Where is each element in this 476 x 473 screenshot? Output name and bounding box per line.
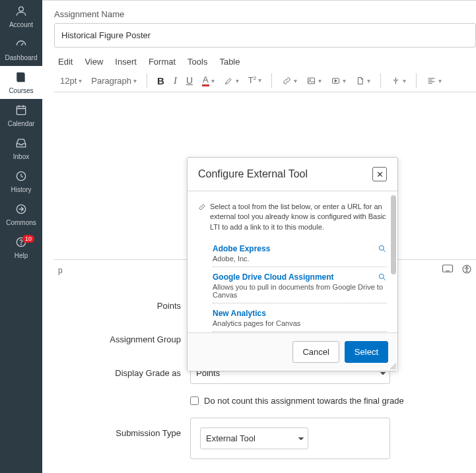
chevron-down-icon: ▾ xyxy=(343,77,346,84)
magnify-icon[interactable] xyxy=(378,244,387,256)
editor-path: p xyxy=(58,266,63,275)
nav-label: History xyxy=(11,186,31,193)
highlight-button[interactable]: ▾ xyxy=(222,75,241,87)
superscript-button[interactable]: T2▾ xyxy=(246,74,263,86)
nav-courses[interactable]: Courses xyxy=(0,66,42,99)
svg-point-5 xyxy=(21,244,22,245)
magnify-icon[interactable] xyxy=(378,272,387,284)
menu-view[interactable]: View xyxy=(85,57,103,67)
chevron-down-icon: ▾ xyxy=(294,77,297,84)
underline-button[interactable]: U xyxy=(184,74,195,87)
chevron-down-icon: ▾ xyxy=(438,77,442,84)
modal-close-button[interactable]: ✕ xyxy=(372,167,387,181)
link-button[interactable]: ▾ xyxy=(280,75,299,87)
bold-button[interactable]: B xyxy=(155,74,166,88)
menu-format[interactable]: Format xyxy=(149,57,176,67)
tool-name[interactable]: Google Drive Cloud Assignment xyxy=(213,272,387,282)
nav-account[interactable]: Account xyxy=(0,0,42,33)
assignment-name-label: Assignment Name xyxy=(54,4,476,23)
modal-title: Configure External Tool xyxy=(198,168,308,180)
dashboard-icon xyxy=(15,38,28,53)
editor-menubar: Edit View Insert Format Tools Table xyxy=(54,47,476,67)
select-button[interactable]: Select xyxy=(345,341,388,363)
help-badge: 10 xyxy=(22,235,34,243)
font-size-value: 12pt xyxy=(60,76,77,86)
chevron-down-icon: ▾ xyxy=(258,77,261,84)
link-icon xyxy=(198,203,206,232)
menu-table[interactable]: Table xyxy=(219,57,240,67)
italic-button[interactable]: I xyxy=(172,74,179,88)
close-icon: ✕ xyxy=(376,170,384,179)
document-button[interactable]: ▾ xyxy=(353,75,372,87)
svg-point-0 xyxy=(19,7,24,11)
svg-rect-6 xyxy=(308,78,315,84)
menu-edit[interactable]: Edit xyxy=(58,57,73,67)
image-button[interactable]: ▾ xyxy=(304,75,323,87)
exclude-grade-label: Do not count this assignment towards the… xyxy=(204,396,404,406)
editor-toolbar: 12pt▾ Paragraph▾ B I U A▾ ▾ T2▾ ▾ ▾ ▾ ▾ … xyxy=(54,67,476,92)
configure-external-tool-modal: Configure External Tool ✕ Select a tool … xyxy=(187,157,398,371)
tool-name[interactable]: New Analytics xyxy=(213,309,387,318)
global-nav: Account Dashboard Courses Calendar Inbox… xyxy=(0,0,42,473)
modal-body: Select a tool from the list below, or en… xyxy=(187,191,397,332)
tool-item[interactable]: Google Drive Cloud Assignment Allows you… xyxy=(213,267,387,303)
nav-dashboard[interactable]: Dashboard xyxy=(0,33,42,66)
submission-type-label: Submission Type xyxy=(54,418,190,438)
text-color-button[interactable]: A▾ xyxy=(200,73,217,88)
tool-item[interactable]: Adobe Express Adobe, Inc. xyxy=(213,239,387,267)
block-format-picker[interactable]: Paragraph▾ xyxy=(89,75,139,87)
chevron-down-icon: ▾ xyxy=(367,77,370,84)
tool-name[interactable]: Adobe Express xyxy=(213,244,387,253)
nav-label: Help xyxy=(15,252,28,259)
resize-grip[interactable] xyxy=(388,362,396,369)
tool-item[interactable]: New Analytics Analytics pages for Canvas xyxy=(213,303,387,332)
chevron-down-icon: ▾ xyxy=(133,77,137,84)
menu-tools[interactable]: Tools xyxy=(187,57,207,67)
submission-type-select[interactable]: External Tool xyxy=(200,427,308,449)
clock-icon xyxy=(15,170,28,185)
nav-calendar[interactable]: Calendar xyxy=(0,99,42,132)
accessibility-icon[interactable] xyxy=(461,264,472,276)
modal-scrollbar[interactable] xyxy=(391,195,396,274)
display-grade-label: Display Grade as xyxy=(54,368,190,378)
nav-label: Account xyxy=(9,21,33,28)
exit-icon xyxy=(15,203,28,218)
nav-label: Dashboard xyxy=(5,54,38,61)
menu-insert[interactable]: Insert xyxy=(115,57,137,67)
nav-history[interactable]: History xyxy=(0,165,42,198)
submission-type-box: External Tool xyxy=(190,418,390,459)
svg-point-9 xyxy=(395,80,397,82)
chevron-down-icon: ▾ xyxy=(236,77,239,84)
user-icon xyxy=(15,5,28,20)
keyboard-icon[interactable] xyxy=(442,264,454,276)
inbox-icon xyxy=(15,137,28,152)
svg-point-14 xyxy=(379,274,384,279)
toolbar-separator xyxy=(416,73,417,88)
svg-point-12 xyxy=(466,267,467,268)
nav-label: Commons xyxy=(6,219,36,226)
apps-button[interactable]: ▾ xyxy=(389,75,408,87)
font-size-picker[interactable]: 12pt▾ xyxy=(58,75,84,87)
block-format-value: Paragraph xyxy=(91,76,131,86)
toolbar-separator xyxy=(380,73,381,88)
chevron-down-icon: ▾ xyxy=(211,77,215,84)
points-label: Points xyxy=(54,301,190,311)
nav-help[interactable]: 10 Help xyxy=(0,231,42,264)
nav-commons[interactable]: Commons xyxy=(0,198,42,231)
toolbar-separator xyxy=(147,73,147,88)
nav-label: Calendar xyxy=(8,120,35,127)
cancel-button[interactable]: Cancel xyxy=(292,341,339,363)
svg-rect-1 xyxy=(17,106,25,115)
toolbar-separator xyxy=(271,73,272,88)
calendar-icon xyxy=(15,104,28,119)
chevron-down-icon: ▾ xyxy=(79,77,82,84)
nav-label: Courses xyxy=(9,87,33,94)
nav-label: Inbox xyxy=(13,153,29,160)
align-button[interactable]: ▾ xyxy=(425,75,444,87)
book-icon xyxy=(15,71,28,86)
tool-desc: Adobe, Inc. xyxy=(213,255,387,263)
assignment-name-input[interactable] xyxy=(54,23,476,47)
exclude-grade-checkbox[interactable] xyxy=(190,396,199,405)
nav-inbox[interactable]: Inbox xyxy=(0,132,42,165)
media-button[interactable]: ▾ xyxy=(329,75,348,87)
